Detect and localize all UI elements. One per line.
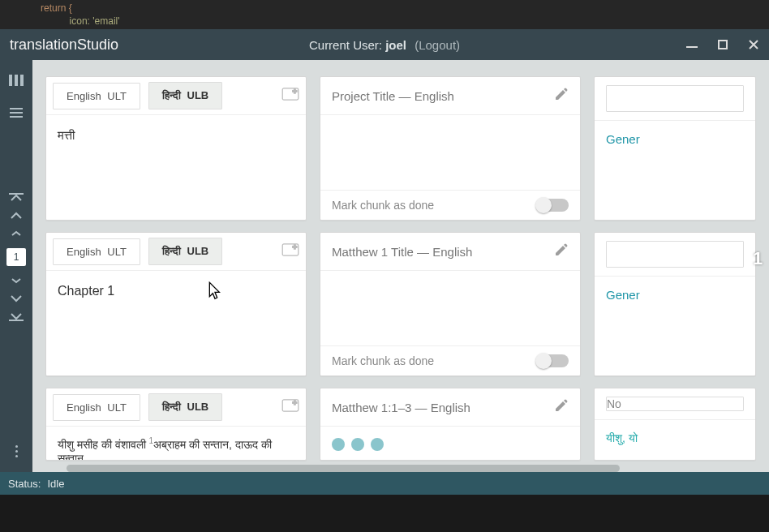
mark-done-toggle[interactable] <box>536 199 569 212</box>
svg-rect-4 <box>10 112 23 114</box>
chapter-nav: 1 <box>6 193 26 321</box>
user-info: Current User: joel (Logout) <box>309 38 460 52</box>
target-header: Matthew 1 Title — English <box>320 233 580 271</box>
logout-link[interactable]: (Logout) <box>415 38 460 52</box>
tab-hindi-ulb[interactable]: हिन्दी ULB <box>148 82 222 109</box>
tab-english-ult[interactable]: English ULT <box>53 238 140 265</box>
resource-header <box>595 233 755 277</box>
minimize-button[interactable] <box>686 39 698 50</box>
resource-tab[interactable]: No <box>606 397 744 411</box>
source-tabs: English ULT हिन्दी ULB <box>46 77 306 115</box>
app-window: translationStudio Current User: joel (Lo… <box>0 29 769 495</box>
edit-icon[interactable] <box>554 398 569 416</box>
app-title: translationStudio <box>10 36 118 54</box>
resource-text[interactable]: यीशु, यो <box>595 420 755 457</box>
background-below <box>0 495 769 532</box>
tab-hindi-ulb[interactable]: हिन्दी ULB <box>148 238 222 265</box>
resources-column: Gener Gener No यीशु, यो <box>594 76 756 472</box>
edit-icon[interactable] <box>554 242 569 260</box>
source-text: यीशु मसीह की वंशावली 1अब्राहम की सन्तान,… <box>46 427 306 460</box>
content-area: 1 English ULT हिन्दी ULB <box>32 60 769 472</box>
svg-rect-1 <box>15 75 18 86</box>
svg-rect-5 <box>10 116 23 118</box>
source-text: Chapter 1 <box>46 271 306 368</box>
user-name: joel <box>385 38 406 52</box>
background-code: return { icon: 'email' <box>0 0 769 29</box>
tab-english-ult[interactable]: English ULT <box>53 394 140 421</box>
resource-tab[interactable] <box>606 85 744 112</box>
target-header: Matthew 1:1–3 — English <box>320 388 580 427</box>
chapter-indicator[interactable]: 1 <box>6 248 26 266</box>
sidebar: 1 <box>0 60 32 472</box>
window-controls <box>686 39 759 50</box>
edit-icon[interactable] <box>554 87 569 105</box>
resource-link[interactable]: Gener <box>595 121 755 157</box>
more-menu-icon[interactable] <box>15 445 18 457</box>
nav-next-icon[interactable] <box>9 276 24 285</box>
expand-icon[interactable] <box>281 88 299 104</box>
source-tabs: English ULT हिन्दी ULB <box>46 233 306 271</box>
target-title: Project Title — English <box>332 89 454 103</box>
mark-done-label: Mark chunk as done <box>332 354 434 367</box>
titlebar: translationStudio Current User: joel (Lo… <box>0 29 769 60</box>
mark-done-label: Mark chunk as done <box>332 199 434 212</box>
loading-dots-icon <box>320 427 580 461</box>
nav-last-icon[interactable] <box>9 311 24 321</box>
target-title: Matthew 1:1–3 — English <box>332 401 470 414</box>
maximize-button[interactable] <box>717 39 728 50</box>
resource-header: No <box>595 388 755 420</box>
target-text-area[interactable] <box>320 271 580 345</box>
nav-first-icon[interactable] <box>9 193 24 203</box>
target-column: Project Title — English Mark chunk as do… <box>320 76 581 472</box>
svg-rect-14 <box>294 401 295 405</box>
tab-hindi-ulb[interactable]: हिन्दी ULB <box>148 393 222 421</box>
nav-prev-icon[interactable] <box>9 229 24 238</box>
svg-rect-3 <box>10 108 23 109</box>
target-panel-1: Matthew 1 Title — English Mark chunk as … <box>320 232 581 376</box>
resource-panel-0: Gener <box>594 76 756 221</box>
resource-tab[interactable] <box>606 241 744 268</box>
svg-rect-11 <box>294 245 295 249</box>
svg-rect-0 <box>9 75 12 86</box>
close-button[interactable] <box>748 39 759 50</box>
target-panel-0: Project Title — English Mark chunk as do… <box>320 76 581 221</box>
nav-prev-big-icon[interactable] <box>9 211 24 221</box>
user-prefix: Current User: <box>309 38 382 52</box>
target-title: Matthew 1 Title — English <box>332 245 472 259</box>
status-label: Status: <box>8 478 41 490</box>
resource-link[interactable]: Gener <box>595 277 755 313</box>
body-area: 1 1 <box>0 60 769 472</box>
svg-rect-2 <box>20 75 24 86</box>
tab-english-ult[interactable]: English ULT <box>53 83 140 109</box>
target-header: Project Title — English <box>320 77 580 115</box>
source-tabs: English ULT हिन्दी ULB <box>46 388 306 427</box>
list-view-icon[interactable] <box>7 104 25 122</box>
mark-done-toggle[interactable] <box>536 354 569 367</box>
expand-icon[interactable] <box>281 243 299 260</box>
resource-panel-2: No यीशु, यो <box>594 388 756 461</box>
target-footer: Mark chunk as done <box>320 345 580 375</box>
resource-panel-1: Gener <box>594 232 756 376</box>
chunk-number: 1 <box>753 248 763 269</box>
source-panel-0: English ULT हिन्दी ULB मत्ती <box>45 76 307 221</box>
status-value: Idle <box>47 478 64 490</box>
target-text-area[interactable] <box>320 115 580 190</box>
statusbar: Status: Idle <box>0 472 769 495</box>
source-text: मत्ती <box>46 115 306 212</box>
horizontal-scrollbar[interactable] <box>67 465 620 472</box>
source-panel-1: English ULT हिन्दी ULB Chapter 1 <box>45 232 307 376</box>
source-column: English ULT हिन्दी ULB मत्ती <box>45 76 307 472</box>
source-panel-2: English ULT हिन्दी ULB यीशु मसीह की वंशा… <box>45 388 307 461</box>
target-panel-2: Matthew 1:1–3 — English <box>320 388 581 461</box>
resource-header <box>595 77 755 121</box>
expand-icon[interactable] <box>281 399 299 415</box>
nav-next-big-icon[interactable] <box>9 294 24 303</box>
target-footer: Mark chunk as done <box>320 190 580 220</box>
svg-rect-8 <box>294 89 295 93</box>
columns-view-icon[interactable] <box>7 71 25 89</box>
